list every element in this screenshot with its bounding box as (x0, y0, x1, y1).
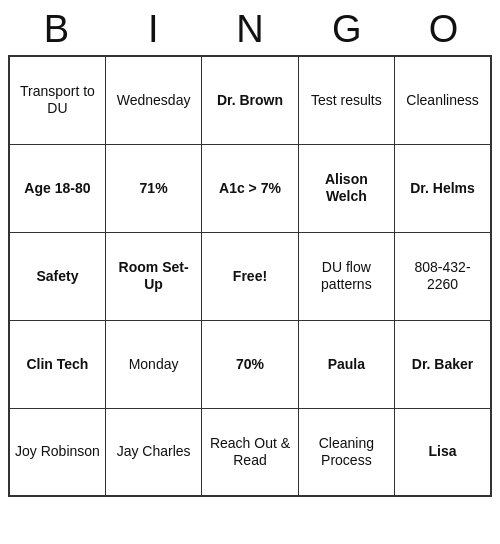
table-row: Transport to DU (9, 56, 105, 144)
letter-g: G (303, 8, 391, 51)
table-row: Dr. Brown (202, 56, 298, 144)
table-row: Dr. Helms (395, 144, 491, 232)
table-row: 808-432-2260 (395, 232, 491, 320)
table-row: Wednesday (105, 56, 201, 144)
table-row: Safety (9, 232, 105, 320)
table-row: 70% (202, 320, 298, 408)
table-row: Jay Charles (105, 408, 201, 496)
letter-i: I (109, 8, 197, 51)
letter-o: O (400, 8, 488, 51)
table-row: Paula (298, 320, 394, 408)
table-row: DU flow patterns (298, 232, 394, 320)
table-row: Room Set-Up (105, 232, 201, 320)
letter-b: B (12, 8, 100, 51)
table-row: Dr. Baker (395, 320, 491, 408)
table-row: Test results (298, 56, 394, 144)
table-row: A1c > 7% (202, 144, 298, 232)
table-row: Lisa (395, 408, 491, 496)
bingo-title: B I N G O (8, 8, 492, 51)
table-row: Reach Out & Read (202, 408, 298, 496)
table-row: Cleanliness (395, 56, 491, 144)
table-row: Free! (202, 232, 298, 320)
bingo-grid: Transport to DUWednesdayDr. BrownTest re… (8, 55, 492, 497)
table-row: 71% (105, 144, 201, 232)
table-row: Age 18-80 (9, 144, 105, 232)
table-row: Monday (105, 320, 201, 408)
table-row: Cleaning Process (298, 408, 394, 496)
table-row: Clin Tech (9, 320, 105, 408)
table-row: Joy Robinson (9, 408, 105, 496)
letter-n: N (206, 8, 294, 51)
table-row: Alison Welch (298, 144, 394, 232)
